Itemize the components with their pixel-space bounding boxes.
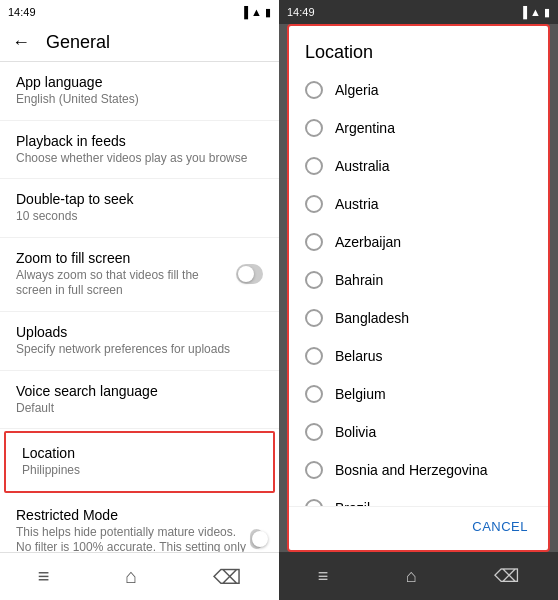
setting-subtitle-app-language: English (United States) bbox=[16, 92, 263, 108]
setting-title-double-tap-to-seek: Double-tap to seek bbox=[16, 191, 263, 207]
country-label: Austria bbox=[335, 196, 379, 212]
setting-item-restricted-mode[interactable]: Restricted Mode This helps hide potentia… bbox=[0, 495, 279, 552]
toggle-zoom-to-fill-screen[interactable] bbox=[236, 264, 263, 284]
radio-circle bbox=[305, 81, 323, 99]
right-signal-icon: ▐ bbox=[519, 6, 527, 18]
radio-circle bbox=[305, 195, 323, 213]
dialog-title: Location bbox=[289, 26, 548, 71]
wifi-icon: ▲ bbox=[251, 6, 262, 18]
country-item-belarus[interactable]: Belarus bbox=[297, 337, 540, 375]
country-item-azerbaijan[interactable]: Azerbaijan bbox=[297, 223, 540, 261]
country-item-austria[interactable]: Austria bbox=[297, 185, 540, 223]
setting-subtitle-voice-search-language: Default bbox=[16, 401, 263, 417]
radio-circle bbox=[305, 347, 323, 365]
left-header: ← General bbox=[0, 24, 279, 62]
right-bottom-nav: ≡ ⌂ ⌫ bbox=[279, 552, 558, 600]
right-menu-icon[interactable]: ≡ bbox=[318, 566, 329, 587]
country-label: Azerbaijan bbox=[335, 234, 401, 250]
setting-subtitle-restricted-mode: This helps hide potentially mature video… bbox=[16, 525, 250, 552]
country-label: Algeria bbox=[335, 82, 379, 98]
home-icon[interactable]: ⌂ bbox=[125, 565, 137, 588]
country-label: Bosnia and Herzegovina bbox=[335, 462, 488, 478]
radio-circle bbox=[305, 385, 323, 403]
setting-item-app-language[interactable]: App language English (United States) bbox=[0, 62, 279, 121]
setting-title-app-language: App language bbox=[16, 74, 263, 90]
setting-item-location[interactable]: Location Philippines bbox=[4, 431, 275, 493]
right-panel: 14:49 ▐ ▲ ▮ Location Algeria Argentina A… bbox=[279, 0, 558, 600]
country-label: Bahrain bbox=[335, 272, 383, 288]
setting-title-zoom-to-fill-screen: Zoom to fill screen bbox=[16, 250, 236, 266]
radio-circle bbox=[305, 271, 323, 289]
setting-title-uploads: Uploads bbox=[16, 324, 263, 340]
country-item-brazil[interactable]: Brazil bbox=[297, 489, 540, 506]
country-label: Bangladesh bbox=[335, 310, 409, 326]
setting-title-restricted-mode: Restricted Mode bbox=[16, 507, 250, 523]
country-label: Belarus bbox=[335, 348, 382, 364]
right-status-icons: ▐ ▲ ▮ bbox=[519, 6, 550, 19]
setting-subtitle-uploads: Specify network preferences for uploads bbox=[16, 342, 263, 358]
location-dialog: Location Algeria Argentina Australia Aus… bbox=[287, 24, 550, 552]
menu-icon[interactable]: ≡ bbox=[38, 565, 50, 588]
country-label: Argentina bbox=[335, 120, 395, 136]
setting-subtitle-double-tap-to-seek: 10 seconds bbox=[16, 209, 263, 225]
radio-circle bbox=[305, 119, 323, 137]
country-item-bangladesh[interactable]: Bangladesh bbox=[297, 299, 540, 337]
country-item-bahrain[interactable]: Bahrain bbox=[297, 261, 540, 299]
toggle-restricted-mode[interactable] bbox=[250, 529, 263, 549]
signal-icon: ▐ bbox=[240, 6, 248, 18]
country-list: Algeria Argentina Australia Austria Azer… bbox=[289, 71, 548, 506]
country-label: Bolivia bbox=[335, 424, 376, 440]
country-item-argentina[interactable]: Argentina bbox=[297, 109, 540, 147]
left-status-icons: ▐ ▲ ▮ bbox=[240, 6, 271, 19]
back-nav-icon[interactable]: ⌫ bbox=[213, 565, 241, 589]
radio-circle bbox=[305, 423, 323, 441]
country-item-algeria[interactable]: Algeria bbox=[297, 71, 540, 109]
page-title: General bbox=[46, 32, 110, 53]
country-item-belgium[interactable]: Belgium bbox=[297, 375, 540, 413]
radio-circle bbox=[305, 499, 323, 506]
radio-circle bbox=[305, 461, 323, 479]
setting-subtitle-location: Philippines bbox=[22, 463, 257, 479]
setting-item-playback-in-feeds[interactable]: Playback in feeds Choose whether videos … bbox=[0, 121, 279, 180]
right-battery-icon: ▮ bbox=[544, 6, 550, 19]
setting-item-uploads[interactable]: Uploads Specify network preferences for … bbox=[0, 312, 279, 371]
setting-item-zoom-to-fill-screen[interactable]: Zoom to fill screen Always zoom so that … bbox=[0, 238, 279, 312]
left-panel: 14:49 ▐ ▲ ▮ ← General App language Engli… bbox=[0, 0, 279, 600]
setting-title-playback-in-feeds: Playback in feeds bbox=[16, 133, 263, 149]
battery-icon: ▮ bbox=[265, 6, 271, 19]
setting-item-double-tap-to-seek[interactable]: Double-tap to seek 10 seconds bbox=[0, 179, 279, 238]
right-wifi-icon: ▲ bbox=[530, 6, 541, 18]
left-status-time: 14:49 bbox=[8, 6, 36, 18]
cancel-button[interactable]: CANCEL bbox=[464, 515, 536, 538]
radio-circle bbox=[305, 233, 323, 251]
settings-list: App language English (United States) Pla… bbox=[0, 62, 279, 552]
dialog-actions: CANCEL bbox=[289, 506, 548, 550]
setting-subtitle-zoom-to-fill-screen: Always zoom so that videos fill the scre… bbox=[16, 268, 236, 299]
radio-circle bbox=[305, 157, 323, 175]
country-label: Australia bbox=[335, 158, 389, 174]
right-status-time: 14:49 bbox=[287, 6, 315, 18]
left-status-bar: 14:49 ▐ ▲ ▮ bbox=[0, 0, 279, 24]
setting-subtitle-playback-in-feeds: Choose whether videos play as you browse bbox=[16, 151, 263, 167]
setting-title-voice-search-language: Voice search language bbox=[16, 383, 263, 399]
setting-title-location: Location bbox=[22, 445, 257, 461]
right-status-bar: 14:49 ▐ ▲ ▮ bbox=[279, 0, 558, 24]
setting-item-voice-search-language[interactable]: Voice search language Default bbox=[0, 371, 279, 430]
country-item-australia[interactable]: Australia bbox=[297, 147, 540, 185]
country-item-bolivia[interactable]: Bolivia bbox=[297, 413, 540, 451]
back-button[interactable]: ← bbox=[12, 32, 30, 53]
left-bottom-nav: ≡ ⌂ ⌫ bbox=[0, 552, 279, 600]
radio-circle bbox=[305, 309, 323, 327]
right-home-icon[interactable]: ⌂ bbox=[406, 566, 417, 587]
right-back-icon[interactable]: ⌫ bbox=[494, 565, 519, 587]
country-item-bosnia-and-herzegovina[interactable]: Bosnia and Herzegovina bbox=[297, 451, 540, 489]
country-label: Belgium bbox=[335, 386, 386, 402]
